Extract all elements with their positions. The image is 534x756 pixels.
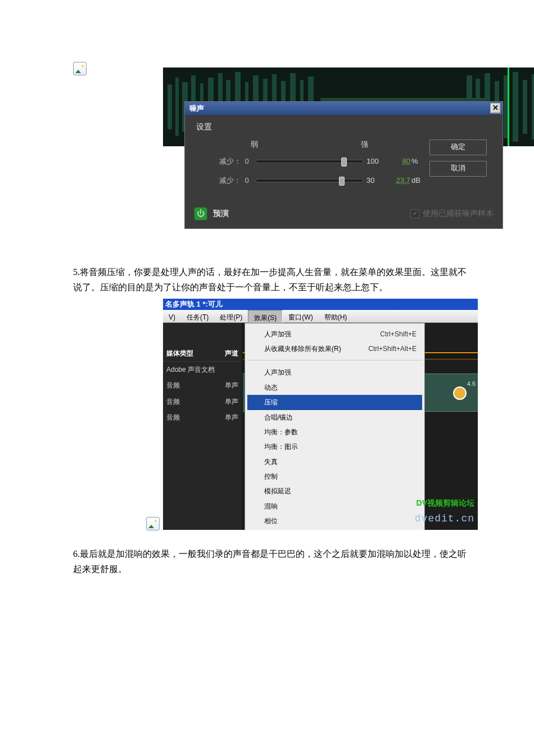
ok-button[interactable]: 确定 [429,140,487,155]
dialog-titlebar: 噪声 ✕ [185,102,503,115]
menu-item-label: 混响 [264,501,278,512]
effects-menu-screenshot: 名多声轨 1 *:可儿 V) 任务(T) 处理(P) 效果(S) 窗口(W) 帮… [163,299,478,529]
paragraph-5: 5.将音频压缩，你要是处理人声的话，最好在加一步提高人生音量，就在菜单的效果里面… [73,264,467,295]
reduce-min-1: 0 [241,155,252,168]
menu-item-remove-fav-effects[interactable]: 从收藏夹移除所有效果(R) Ctrl+Shift+Alt+E [247,341,422,356]
slider-thumb-2[interactable] [339,177,345,186]
menu-item-label: 从收藏夹移除所有效果(R) [264,343,341,354]
menu-item-label: 均衡：图示 [264,441,298,452]
broken-image-icon [73,62,87,75]
menu-process[interactable]: 处理(P) [214,310,248,322]
media-row[interactable]: Adobe 声音文档 [163,362,242,377]
menu-item[interactable]: 压缩 [247,395,422,410]
reduce-slider-2[interactable] [256,179,363,182]
reduce-slider-1[interactable] [256,160,363,163]
effects-dropdown: 人声加强 Ctrl+Shift+E 从收藏夹移除所有效果(R) Ctrl+Shi… [245,323,425,530]
reduce-max-2: 30 [366,174,383,187]
menu-separator [247,360,422,361]
preview-button[interactable]: 预演 [213,207,229,220]
strong-label: 强 [261,138,372,151]
watermark-2: DV视频剪辑论坛 dvedit.cn [415,497,474,527]
media-row[interactable]: 音频单声 [163,394,242,410]
menu-item-label: 均衡：参数 [264,426,298,438]
menu-item-label: 合唱/镶边 [264,412,293,423]
use-captured-checkbox[interactable]: ✓ [410,209,419,218]
menu-item-label: 控制 [264,471,278,482]
noise-dialog-screenshot: 噪声 ✕ 设置 弱 强 减少： 0 [163,68,534,248]
media-header-left: 媒体类型 [166,348,193,359]
media-row[interactable]: 音频单声 [163,410,242,425]
menu-item-label: 人声加强 [264,367,291,378]
svg-rect-2 [175,78,179,136]
media-list-panel: 媒体类型 声道 Adobe 声音文档音频单声音频单声音频单声 [163,323,243,530]
media-row-right: 单声 [225,380,238,391]
noise-dialog: 噪声 ✕ 设置 弱 强 减少： 0 [184,101,503,229]
menu-item[interactable]: 混响 [247,499,422,514]
reduce-value-2[interactable]: 23.7 [383,174,410,187]
menu-item-label: 人声加强 [264,328,291,340]
media-row-left: 音频 [166,412,180,423]
menu-item[interactable]: 控制 [247,469,422,484]
menu-item-label: 动态 [264,382,278,393]
slider-thumb-1[interactable] [341,158,347,166]
window-title: 名多声轨 1 *:可儿 [163,299,478,310]
reduce-value-1[interactable]: 80 [383,155,410,168]
media-row-left: 音频 [166,380,180,391]
menu-v[interactable]: V) [163,310,181,322]
watermark-line1: DV视频剪辑论坛 [415,497,474,510]
playhead-cursor [508,68,509,146]
menu-item[interactable]: 合唱/镶边 [247,410,422,425]
reduce-unit-1: % [410,155,423,168]
menu-effects[interactable]: 效果(S) [248,310,283,323]
menu-item-shortcut: Ctrl+Shift+E [380,328,417,340]
menu-item-voice-enhance[interactable]: 人声加强 Ctrl+Shift+E [247,327,422,341]
menu-item[interactable]: 均衡：参数 [247,425,422,439]
media-row-right: 单声 [225,412,238,423]
menu-item[interactable]: 动态 [247,380,422,395]
settings-label: 设置 [196,120,423,134]
svg-rect-26 [532,74,534,140]
media-row-left: Adobe 声音文档 [166,364,215,375]
menu-task[interactable]: 任务(T) [181,310,214,322]
menu-help[interactable]: 帮助(H) [319,310,353,322]
menu-item[interactable]: 人声加强 [247,365,422,380]
menu-item-shortcut: Ctrl+Shift+Alt+E [368,343,417,354]
watermark-line2: dvedit.cn [415,510,474,528]
media-row[interactable]: 音频单声 [163,377,242,393]
reduce-max-1: 100 [366,155,383,168]
dialog-title-text: 噪声 [189,102,204,115]
reduce-percent-slider-row: 减少： 0 100 80 % [196,152,423,171]
clip-gain-handle[interactable] [453,386,467,400]
power-icon[interactable] [194,207,207,220]
paragraph-6: 6.最后就是加混响的效果，一般我们录的声音都是干巴巴的，这个之后就要加混响加以处… [73,546,467,577]
menu-item[interactable]: 模拟延迟 [247,484,422,498]
media-row-right: 单声 [225,396,238,407]
cancel-button[interactable]: 取消 [429,161,487,177]
broken-image-icon [146,517,160,530]
svg-rect-25 [523,80,527,134]
weak-label: 弱 [196,138,261,151]
svg-rect-24 [513,72,518,142]
reduce-label-2: 减少： [196,174,241,187]
close-icon[interactable]: ✕ [490,103,501,114]
reduce-min-2: 0 [241,174,252,187]
media-row-left: 音频 [166,396,180,407]
reduce-db-slider-row: 减少： 0 30 23.7 dB [196,171,423,190]
clip-value-label: 4.6 [467,379,476,389]
menubar: V) 任务(T) 处理(P) 效果(S) 窗口(W) 帮助(H) [163,310,478,323]
media-header-right: 声道 [225,348,238,359]
menu-window[interactable]: 窗口(W) [283,310,318,322]
menu-item[interactable]: 相位 [247,514,422,528]
menu-item-label: 相位 [264,515,278,526]
menu-item-label: 失真 [264,456,278,467]
svg-rect-1 [168,84,172,129]
menu-item-label: 压缩 [264,397,278,408]
reduce-unit-2: dB [410,174,423,187]
menu-item[interactable]: 失真 [247,454,422,469]
reduce-label-1: 减少： [196,155,241,168]
menu-item-label: 模拟延迟 [264,485,291,497]
menu-item[interactable]: 均衡：图示 [247,439,422,454]
use-captured-label: 使用已捕获噪声样本 [423,207,494,220]
